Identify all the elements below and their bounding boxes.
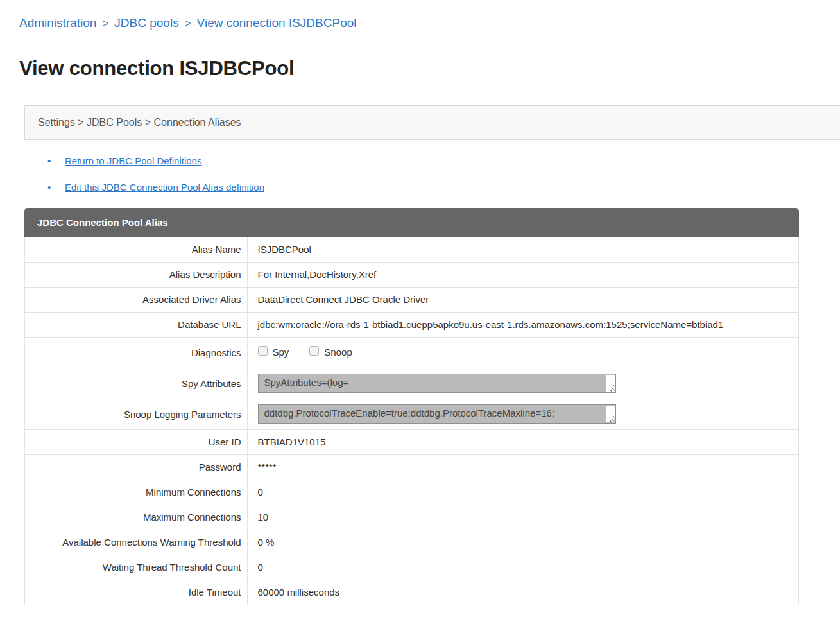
row-value: DataDirect Connect JDBC Oracle Driver [247, 287, 798, 312]
row-label: Waiting Thread Threshold Count [25, 555, 247, 580]
value-text: 10 [258, 512, 269, 523]
row-value: 0 [247, 480, 798, 505]
row-label: Maximum Connections [25, 505, 247, 530]
row-label: Alias Name [25, 237, 247, 262]
row-label: User ID [25, 429, 247, 454]
table-row: Alias NameISJDBCPool [25, 237, 798, 262]
value-text: 0 % [258, 537, 275, 548]
value-text: ***** [258, 462, 277, 472]
row-value: ISJDBCPool [247, 237, 798, 262]
checkbox-label: Spy [273, 347, 289, 358]
value-text: 0 [258, 562, 263, 573]
table-row: Snoop Logging Parametersddtdbg.ProtocolT… [25, 399, 798, 429]
breadcrumb-separator: > [185, 17, 191, 30]
row-value: 10 [247, 505, 798, 530]
breadcrumb-separator: > [102, 17, 108, 30]
table-row: Password***** [25, 454, 798, 480]
table-row: User IDBTBIAD1V1015 [25, 429, 798, 454]
row-label: Diagnostics [25, 337, 247, 368]
row-value: jdbc:wm:oracle://ora-rds-1-btbiad1.cuepp… [247, 312, 798, 337]
value-text: DataDirect Connect JDBC Oracle Driver [258, 294, 429, 305]
snoop-checkbox[interactable] [309, 346, 319, 356]
table-row: DiagnosticsSpySnoop [25, 337, 798, 368]
list-item: Return to JDBC Pool Definitions [65, 155, 840, 166]
table-row: Associated Driver AliasDataDirect Connec… [25, 287, 798, 312]
value-text: 0 [258, 487, 263, 497]
table-row: Alias DescriptionFor Internal,DocHistory… [25, 262, 798, 287]
table-body: Alias NameISJDBCPoolAlias DescriptionFor… [24, 237, 799, 605]
snoop-logging-parameters-textarea[interactable]: ddtdbg.ProtocolTraceEnable=true;ddtdbg.P… [258, 404, 616, 424]
pool-table-rows: Alias NameISJDBCPoolAlias DescriptionFor… [25, 237, 798, 605]
breadcrumb-administration[interactable]: Administration [19, 16, 96, 30]
value-text: 60000 milliseconds [258, 587, 340, 598]
table-row: Available Connections Warning Threshold0… [25, 530, 798, 555]
value-text: ISJDBCPool [258, 244, 311, 255]
table-header: JDBC Connection Pool Alias [24, 208, 799, 237]
value-text: BTBIAD1V1015 [258, 437, 326, 447]
checkbox-label: Snoop [324, 347, 352, 358]
row-label: Database URL [25, 312, 247, 337]
row-value: BTBIAD1V1015 [247, 429, 798, 454]
value-text: For Internal,DocHistory,Xref [258, 269, 377, 280]
breadcrumb: Administration>JDBC pools>View connectio… [19, 16, 840, 30]
snoop-checkbox-group[interactable]: Snoop [309, 347, 352, 358]
row-label: Associated Driver Alias [25, 287, 247, 312]
edit-jdbc-connection-pool-alias-link[interactable]: Edit this JDBC Connection Pool Alias def… [65, 182, 264, 193]
value-text: jdbc:wm:oracle://ora-rds-1-btbiad1.cuepp… [258, 319, 724, 330]
breadcrumb-view-connection[interactable]: View connection ISJDBCPool [197, 16, 357, 30]
row-label: Alias Description [25, 262, 247, 287]
action-links: Return to JDBC Pool Definitions Edit thi… [0, 155, 840, 193]
spy-checkbox-group[interactable]: Spy [258, 347, 289, 358]
table-row: Spy AttributesSpyAttributes=(log= (file)… [25, 368, 798, 399]
row-value: 0 [247, 555, 798, 580]
row-value: ***** [247, 454, 798, 480]
row-value: SpySnoop [247, 337, 798, 368]
table-row: Idle Timeout60000 milliseconds [25, 580, 798, 605]
textarea-text: ddtdbg.ProtocolTraceEnable=true;ddtdbg.P… [259, 405, 606, 422]
breadcrumb-jdbc-pools[interactable]: JDBC pools [114, 16, 178, 30]
spy-checkbox[interactable] [258, 346, 268, 356]
row-value: 60000 milliseconds [247, 580, 798, 605]
row-label: Minimum Connections [25, 480, 247, 505]
row-label: Idle Timeout [25, 580, 247, 605]
table-row: Maximum Connections10 [25, 505, 798, 530]
settings-path-bar: Settings > JDBC Pools > Connection Alias… [24, 105, 840, 140]
row-label: Spy Attributes [25, 368, 247, 399]
row-value: 0 % [247, 530, 798, 555]
row-label: Password [25, 454, 247, 480]
textarea-text: SpyAttributes=(log= (file)...;logTName=y… [259, 374, 606, 392]
table-row: Waiting Thread Threshold Count0 [25, 555, 798, 580]
row-value: For Internal,DocHistory,Xref [247, 262, 798, 287]
row-label: Snoop Logging Parameters [25, 399, 247, 429]
spy-attributes-textarea[interactable]: SpyAttributes=(log= (file)...;logTName=y… [258, 374, 616, 393]
list-item: Edit this JDBC Connection Pool Alias def… [65, 182, 840, 193]
jdbc-connection-pool-alias-panel: JDBC Connection Pool Alias Alias NameISJ… [24, 208, 799, 605]
settings-path-text: Settings > JDBC Pools > Connection Alias… [38, 117, 241, 128]
page-title: View connection ISJDBCPool [19, 57, 840, 80]
row-value: SpyAttributes=(log= (file)...;logTName=y… [247, 368, 798, 399]
return-to-jdbc-pool-definitions-link[interactable]: Return to JDBC Pool Definitions [65, 155, 201, 166]
table-row: Database URLjdbc:wm:oracle://ora-rds-1-b… [25, 312, 798, 337]
row-value: ddtdbg.ProtocolTraceEnable=true;ddtdbg.P… [247, 399, 798, 429]
table-row: Minimum Connections0 [25, 480, 798, 505]
row-label: Available Connections Warning Threshold [25, 530, 247, 555]
